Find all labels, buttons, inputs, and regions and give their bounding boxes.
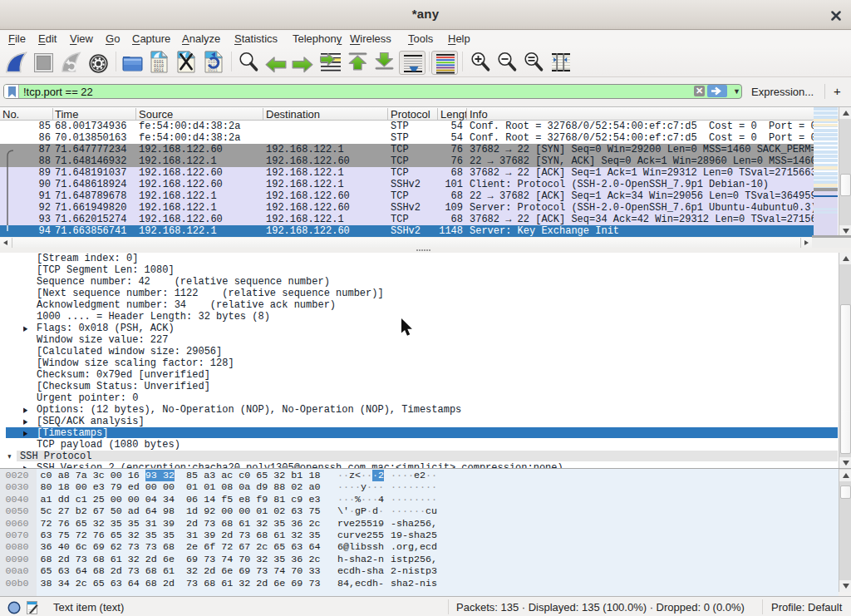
svg-text:0011: 0011 xyxy=(154,68,164,73)
